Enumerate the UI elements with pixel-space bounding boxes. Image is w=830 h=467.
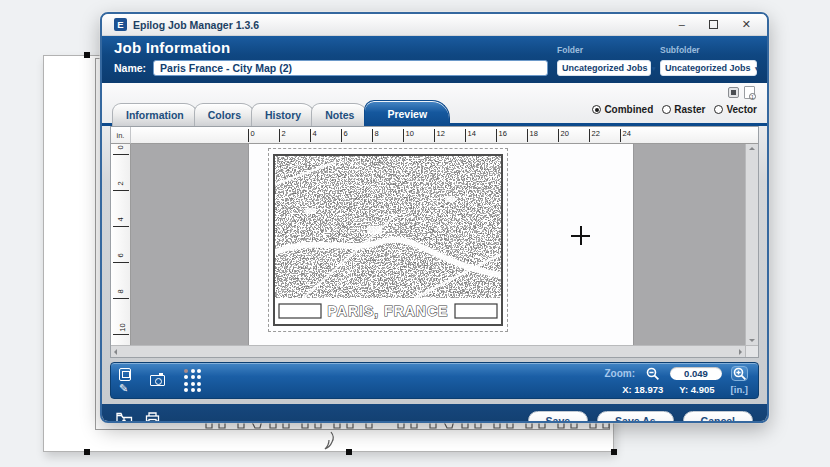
selection-handle[interactable] (611, 449, 617, 455)
vertical-scrollbar[interactable] (745, 144, 758, 345)
radio-label: Combined (604, 104, 653, 115)
job-manager-window: E Epilog Job Manager 1.3.6 – ✕ Job Infor… (100, 12, 769, 423)
tab-preview[interactable]: Preview (364, 100, 450, 126)
page-title: Job Information (114, 39, 548, 56)
image-file-icon[interactable] (119, 368, 131, 381)
zoom-in-icon[interactable] (731, 366, 748, 381)
v-ruler-tick-label: 2 (116, 181, 125, 185)
h-ruler-tick-label: 6 (344, 129, 348, 138)
tab-information[interactable]: Information (112, 103, 200, 126)
zoom-label: Zoom: (604, 368, 635, 379)
folder-select-value: Uncategorized Jobs (562, 63, 648, 73)
window-title: Epilog Job Manager 1.3.6 (133, 19, 259, 31)
h-ruler-tick-label: 8 (375, 129, 379, 138)
job-information-header: Job Information Folder Subfolder Name: U… (102, 36, 767, 83)
scroll-right-icon[interactable] (739, 349, 742, 355)
dot-grid-icon[interactable] (184, 369, 201, 393)
radio-combined[interactable]: Combined (592, 104, 653, 115)
h-ruler-tick: 20 (558, 129, 559, 142)
footer-bar: SaveSave AsCancel (102, 404, 767, 423)
v-ruler-tick: 6 (113, 262, 129, 263)
folder-label: Folder (557, 45, 651, 57)
print-icon[interactable] (145, 412, 160, 424)
selection-handle[interactable] (346, 449, 352, 455)
radio-raster[interactable]: Raster (662, 104, 705, 115)
scroll-left-icon[interactable] (114, 349, 117, 355)
h-ruler-tick: 10 (403, 129, 404, 142)
radio-circle-icon (592, 105, 601, 114)
subfolder-label: Subfolder (660, 45, 757, 57)
footer-buttons: SaveSave AsCancel (528, 411, 753, 423)
minimize-icon[interactable]: – (679, 19, 685, 30)
scrollbar-corner (745, 345, 758, 357)
status-toolbar: ✎ Zoom: 0.049 (110, 362, 759, 399)
zoom-value-field[interactable]: 0.049 (670, 367, 722, 380)
page-info-icon[interactable]: 1 (744, 86, 755, 99)
radio-vector[interactable]: Vector (714, 104, 757, 115)
save-as-button[interactable]: Save As (597, 411, 673, 423)
crosshair-cursor (571, 226, 590, 245)
tab-label: History (265, 109, 301, 121)
scroll-down-icon[interactable] (749, 339, 755, 342)
close-icon[interactable]: ✕ (742, 19, 751, 30)
tab-label: Preview (387, 108, 427, 120)
tab-notes[interactable]: Notes (311, 103, 370, 126)
v-ruler-tick-label: 6 (116, 253, 125, 257)
tab-bar: InformationColorsHistoryNotesPreview (112, 100, 444, 126)
cancel-button[interactable]: Cancel (683, 411, 753, 423)
radio-circle-icon (714, 105, 723, 114)
units-readout: [in.] (731, 384, 748, 395)
ruler-unit-label: in. (111, 127, 131, 144)
save-button[interactable]: Save (528, 411, 589, 423)
epilog-logo-icon: E (114, 18, 127, 31)
v-ruler-tick-label: 0 (116, 145, 125, 149)
v-ruler-tick: 2 (113, 190, 129, 191)
horizontal-scrollbar[interactable] (111, 345, 745, 357)
h-ruler-tick-label: 12 (437, 129, 445, 138)
camera-icon[interactable] (150, 375, 165, 386)
pencil-icon[interactable]: ✎ (119, 383, 131, 394)
h-ruler-tick: 18 (527, 129, 528, 142)
radio-circle-icon (662, 105, 671, 114)
subfolder-select[interactable]: Uncategorized Jobs ▼ (660, 60, 757, 76)
square-toggle-icon[interactable] (728, 87, 739, 98)
scroll-up-icon[interactable] (749, 147, 755, 150)
radio-label: Vector (726, 104, 757, 115)
h-ruler-tick: 14 (465, 129, 466, 142)
h-ruler-tick: 22 (589, 129, 590, 142)
tab-strip: InformationColorsHistoryNotesPreview 1 C… (110, 83, 759, 126)
zoom-out-icon[interactable] (644, 366, 661, 381)
horizontal-ruler: 024681012141618202224 (131, 127, 758, 144)
subfolder-select-value: Uncategorized Jobs (665, 63, 751, 73)
h-ruler-tick: 6 (341, 129, 342, 142)
maximize-icon[interactable] (709, 20, 718, 29)
v-ruler-tick-label: 8 (116, 289, 125, 293)
folder-select[interactable]: Uncategorized Jobs ▼ (557, 60, 651, 76)
h-ruler-tick-label: 4 (313, 129, 317, 138)
preview-viewport[interactable]: PARIS, FRANCE (131, 144, 745, 345)
y-coordinate-readout: Y: 4.905 (679, 384, 714, 395)
job-name-input[interactable] (153, 60, 548, 76)
artwork-title-text: PARIS, FRANCE (328, 303, 449, 319)
h-ruler-tick-label: 10 (406, 129, 414, 138)
h-ruler-tick: 2 (279, 129, 280, 142)
selection-handle[interactable] (84, 449, 90, 455)
tab-label: Colors (208, 109, 241, 121)
h-ruler-tick: 24 (620, 129, 621, 142)
h-ruler-tick: 12 (434, 129, 435, 142)
content-area: InformationColorsHistoryNotesPreview 1 C… (102, 83, 767, 423)
tab-history[interactable]: History (251, 103, 317, 126)
tab-label: Notes (325, 109, 354, 121)
v-ruler-tick: 10 (113, 334, 129, 335)
name-label: Name: (114, 62, 146, 74)
background-comma-glyph (323, 431, 337, 451)
h-ruler-tick-label: 2 (282, 129, 286, 138)
v-ruler-tick: 0 (113, 154, 129, 155)
v-ruler-tick: 4 (113, 226, 129, 227)
tab-label: Information (126, 109, 184, 121)
add-to-folder-icon[interactable] (116, 412, 133, 424)
selection-handle[interactable] (84, 52, 90, 58)
h-ruler-tick-label: 16 (499, 129, 507, 138)
tab-colors[interactable]: Colors (194, 103, 257, 126)
view-mode-radios: CombinedRasterVector (592, 104, 757, 115)
